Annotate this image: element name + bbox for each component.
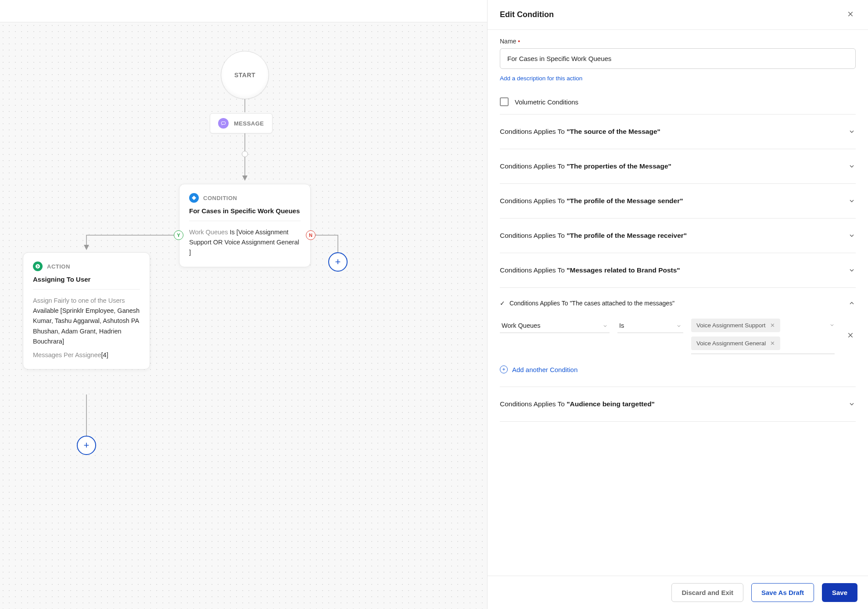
panel-title: Edit Condition xyxy=(500,10,554,19)
delete-row-icon[interactable] xyxy=(845,330,856,343)
action-node[interactable]: ACTION Assigning To User Assign Fairly t… xyxy=(23,252,150,369)
branch-yes-badge: Y xyxy=(174,230,183,240)
add-node-button-bottom[interactable]: + xyxy=(77,436,96,455)
branch-no-badge: N xyxy=(306,230,316,240)
section-profile-sender[interactable]: Conditions Applies To "The profile of th… xyxy=(500,183,856,218)
name-input[interactable] xyxy=(500,48,856,69)
condition-tag: CONDITION xyxy=(203,195,237,201)
chevron-down-icon xyxy=(848,197,856,205)
start-node[interactable]: START xyxy=(221,51,269,99)
volumetric-label: Volumetric Conditions xyxy=(515,98,578,106)
chevron-down-icon xyxy=(848,266,856,274)
condition-icon xyxy=(189,193,199,203)
message-node[interactable]: MESSAGE xyxy=(210,113,273,133)
svg-rect-4 xyxy=(222,122,226,125)
chevron-down-icon[interactable] xyxy=(829,322,835,329)
field-select[interactable]: Work Queues xyxy=(500,319,610,333)
value-tag: Voice Assignment Support ✕ xyxy=(691,319,780,332)
action-tag: ACTION xyxy=(47,263,70,270)
check-icon: ✓ xyxy=(500,300,505,307)
workflow-canvas[interactable]: START MESSAGE CONDITION For Cases in Spe… xyxy=(0,22,487,609)
condition-row: Work Queues Is Voice Assignment Support … xyxy=(500,319,856,354)
section-source[interactable]: Conditions Applies To "The source of the… xyxy=(500,114,856,149)
condition-title: For Cases in Specific Work Queues xyxy=(189,206,301,215)
svg-point-5 xyxy=(36,264,40,269)
action-title: Assigning To User xyxy=(33,275,140,284)
operator-select[interactable]: Is xyxy=(617,319,683,333)
chevron-down-icon xyxy=(848,162,856,170)
value-tag: Voice Assignment General ✕ xyxy=(691,337,780,350)
section-properties[interactable]: Conditions Applies To "The properties of… xyxy=(500,149,856,183)
remove-tag-icon[interactable]: ✕ xyxy=(770,322,775,329)
edit-condition-panel: Edit Condition Name• Add a description f… xyxy=(487,0,868,609)
save-button[interactable]: Save xyxy=(822,583,857,602)
save-draft-button[interactable]: Save As Draft xyxy=(751,583,814,602)
plus-circle-icon: + xyxy=(500,365,508,373)
chevron-up-icon xyxy=(848,299,856,307)
action-body: Assign Fairly to one of the Users Availa… xyxy=(33,296,140,347)
section-cases-attached[interactable]: ✓ Conditions Applies To "The cases attac… xyxy=(500,299,856,307)
discard-button[interactable]: Discard and Exit xyxy=(671,583,743,602)
add-description-link[interactable]: Add a description for this action xyxy=(500,75,582,82)
add-node-button-right[interactable]: + xyxy=(328,252,348,272)
start-label: START xyxy=(234,72,255,79)
action-icon xyxy=(33,262,43,271)
name-label: Name• xyxy=(500,38,856,45)
message-label: MESSAGE xyxy=(234,120,264,127)
chevron-down-icon xyxy=(848,128,856,136)
section-audience[interactable]: Conditions Applies To "Audience being ta… xyxy=(500,387,856,422)
action-body-2: Messages Per Assignee[4] xyxy=(33,350,140,360)
section-profile-receiver[interactable]: Conditions Applies To "The profile of th… xyxy=(500,218,856,253)
close-icon[interactable] xyxy=(845,8,856,21)
connector-dot[interactable] xyxy=(242,151,248,157)
chevron-down-icon xyxy=(848,232,856,240)
chevron-down-icon xyxy=(676,323,681,330)
add-another-condition-link[interactable]: + Add another Condition xyxy=(500,365,856,373)
remove-tag-icon[interactable]: ✕ xyxy=(770,340,775,347)
chevron-down-icon xyxy=(603,323,608,330)
volumetric-checkbox[interactable] xyxy=(500,97,509,106)
condition-node[interactable]: CONDITION For Cases in Specific Work Que… xyxy=(179,184,311,267)
message-icon xyxy=(218,118,229,129)
condition-body: Work Queues Is [Voice Assignment Support… xyxy=(189,227,301,258)
chevron-down-icon xyxy=(848,400,856,408)
section-brand-posts[interactable]: Conditions Applies To "Messages related … xyxy=(500,253,856,287)
